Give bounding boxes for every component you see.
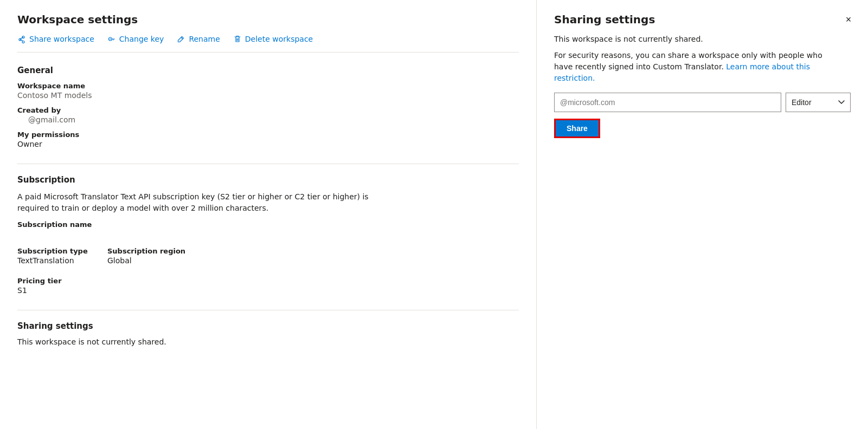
rename-label: Rename xyxy=(189,35,220,43)
workspace-name-label: Workspace name xyxy=(17,82,519,90)
change-key-button[interactable]: Change key xyxy=(107,35,164,43)
close-button[interactable]: × xyxy=(840,11,857,28)
divider-general xyxy=(17,164,519,164)
divider-subscription xyxy=(17,310,519,310)
delete-icon xyxy=(233,35,242,43)
share-button[interactable]: Share xyxy=(554,119,600,138)
rename-icon xyxy=(177,35,185,43)
subscription-description: A paid Microsoft Translator Text API sub… xyxy=(17,191,386,214)
delete-workspace-label: Delete workspace xyxy=(245,35,313,43)
right-panel: Sharing settings × This workspace is not… xyxy=(537,0,868,429)
sharing-description: For security reasons, you can share a wo… xyxy=(554,50,825,84)
subscription-title: Subscription xyxy=(17,175,519,185)
subscription-grid: Subscription type TextTranslation Subscr… xyxy=(17,247,519,271)
share-icon xyxy=(17,35,26,43)
sharing-title-left: Sharing settings xyxy=(17,321,519,331)
created-by-label: Created by xyxy=(17,106,519,114)
toolbar: Share workspace Change key Rename xyxy=(17,35,519,53)
subscription-type-label: Subscription type TextTranslation xyxy=(17,247,99,271)
left-panel: Workspace settings Share workspace Chang… xyxy=(0,0,537,429)
close-icon: × xyxy=(846,14,852,25)
sharing-panel-title: Sharing settings xyxy=(554,13,851,26)
share-button-label: Share xyxy=(567,124,588,133)
subscription-name-value xyxy=(17,230,519,238)
email-input[interactable] xyxy=(554,93,781,112)
delete-workspace-button[interactable]: Delete workspace xyxy=(233,35,313,43)
created-by-value: @gmail.com xyxy=(17,115,519,124)
share-workspace-button[interactable]: Share workspace xyxy=(17,35,94,43)
share-workspace-label: Share workspace xyxy=(29,35,94,43)
pricing-tier-group: Pricing tier S1 xyxy=(17,277,519,295)
permissions-value: Owner xyxy=(17,140,519,148)
sharing-section-left: Sharing settings This workspace is not c… xyxy=(17,321,519,346)
rename-button[interactable]: Rename xyxy=(177,35,220,43)
page-title: Workspace settings xyxy=(17,13,519,26)
permissions-label: My permissions xyxy=(17,131,519,139)
workspace-name-value: Contoso MT models xyxy=(17,91,519,100)
key-icon xyxy=(107,35,116,43)
not-shared-text: This workspace is not currently shared. xyxy=(554,35,851,43)
share-input-row: Editor Viewer xyxy=(554,93,851,112)
subscription-region-label-group: Subscription region Global xyxy=(107,247,519,271)
general-section: General Workspace name Contoso MT models… xyxy=(17,66,519,148)
sharing-not-shared-left: This workspace is not currently shared. xyxy=(17,337,519,346)
subscription-name-label: Subscription name xyxy=(17,220,519,229)
svg-point-1 xyxy=(110,38,111,40)
role-select[interactable]: Editor Viewer xyxy=(786,93,851,112)
subscription-section: Subscription A paid Microsoft Translator… xyxy=(17,175,519,295)
change-key-label: Change key xyxy=(119,35,164,43)
general-title: General xyxy=(17,66,519,75)
